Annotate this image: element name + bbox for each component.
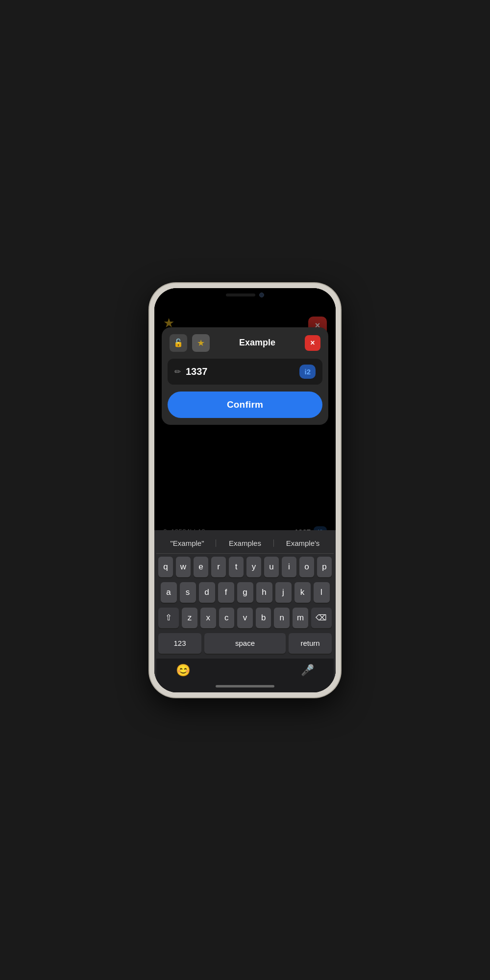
- emoji-button[interactable]: 😊: [176, 663, 191, 677]
- keyboard-rows: q w e r t y u i o p a s: [156, 557, 334, 654]
- autocomplete-item[interactable]: Example's: [274, 537, 332, 549]
- modal-close-button[interactable]: ×: [305, 335, 320, 351]
- modal-title: Example: [215, 338, 300, 348]
- key-w[interactable]: w: [176, 557, 191, 577]
- key-b[interactable]: b: [256, 608, 271, 628]
- key-x[interactable]: x: [200, 608, 216, 628]
- key-o[interactable]: o: [299, 557, 314, 577]
- lock-button[interactable]: 🔓: [170, 334, 187, 352]
- key-h[interactable]: h: [256, 582, 272, 603]
- modal-close-icon: ×: [310, 339, 315, 347]
- home-pill: [216, 685, 274, 687]
- key-q[interactable]: q: [158, 557, 173, 577]
- key-p[interactable]: p: [317, 557, 332, 577]
- autocomplete-bar: "Example" Examples Example's: [156, 533, 334, 554]
- return-key[interactable]: return: [289, 633, 332, 654]
- keyboard: "Example" Examples Example's q w e r t y…: [154, 530, 336, 682]
- key-r[interactable]: r: [211, 557, 226, 577]
- phone-screen: ★ × Search Results (6625) ★ 0x105…: [154, 288, 336, 692]
- app-content: ★ × Search Results (6625) ★ 0x105…: [154, 288, 336, 530]
- modal-header: 🔓 ★ Example ×: [162, 327, 328, 359]
- notch: [213, 288, 277, 302]
- key-l[interactable]: l: [314, 582, 330, 603]
- modal-input-row: ✏ 1337 i2: [168, 359, 322, 385]
- modal-type-badge[interactable]: i2: [299, 365, 316, 379]
- key-t[interactable]: t: [229, 557, 244, 577]
- space-key[interactable]: space: [204, 633, 286, 654]
- key-i[interactable]: i: [282, 557, 296, 577]
- key-row-4: 123 space return: [158, 633, 332, 654]
- notch-pill: [226, 294, 255, 296]
- autocomplete-item[interactable]: "Example": [158, 537, 216, 549]
- phone-frame: ★ × Search Results (6625) ★ 0x105…: [149, 283, 341, 697]
- key-v[interactable]: v: [237, 608, 253, 628]
- key-a[interactable]: a: [161, 582, 177, 603]
- modal-dialog: 🔓 ★ Example × ✏: [162, 327, 328, 425]
- key-m[interactable]: m: [293, 608, 308, 628]
- home-indicator: [154, 682, 336, 692]
- numbers-key[interactable]: 123: [158, 633, 201, 654]
- confirm-button[interactable]: Confirm: [168, 392, 322, 418]
- modal-star-button[interactable]: ★: [192, 334, 210, 352]
- key-c[interactable]: c: [219, 608, 235, 628]
- screen: ★ × Search Results (6625) ★ 0x105…: [154, 288, 336, 692]
- shift-key[interactable]: ⇧: [158, 608, 179, 628]
- key-u[interactable]: u: [264, 557, 279, 577]
- keyboard-bottom-bar: 😊 🎤: [156, 659, 334, 682]
- microphone-button[interactable]: 🎤: [301, 664, 314, 677]
- key-y[interactable]: y: [246, 557, 261, 577]
- key-j[interactable]: j: [275, 582, 292, 603]
- key-row-3: ⇧ z x c v b n m ⌫: [158, 608, 332, 628]
- key-f[interactable]: f: [218, 582, 234, 603]
- key-row-2: a s d f g h j k l: [158, 582, 332, 603]
- autocomplete-item[interactable]: Examples: [216, 537, 274, 549]
- key-s[interactable]: s: [180, 582, 196, 603]
- edit-icon: ✏: [174, 367, 181, 376]
- key-k[interactable]: k: [294, 582, 311, 603]
- key-e[interactable]: e: [194, 557, 208, 577]
- modal-value-display[interactable]: 1337: [186, 366, 294, 377]
- key-g[interactable]: g: [237, 582, 253, 603]
- key-n[interactable]: n: [274, 608, 290, 628]
- lock-icon: 🔓: [173, 338, 183, 347]
- delete-key[interactable]: ⌫: [311, 608, 332, 628]
- modal-star-icon: ★: [197, 338, 205, 348]
- front-camera: [259, 293, 264, 297]
- key-z[interactable]: z: [182, 608, 197, 628]
- modal-overlay: 🔓 ★ Example × ✏: [154, 288, 336, 530]
- key-d[interactable]: d: [199, 582, 215, 603]
- key-row-1: q w e r t y u i o p: [158, 557, 332, 577]
